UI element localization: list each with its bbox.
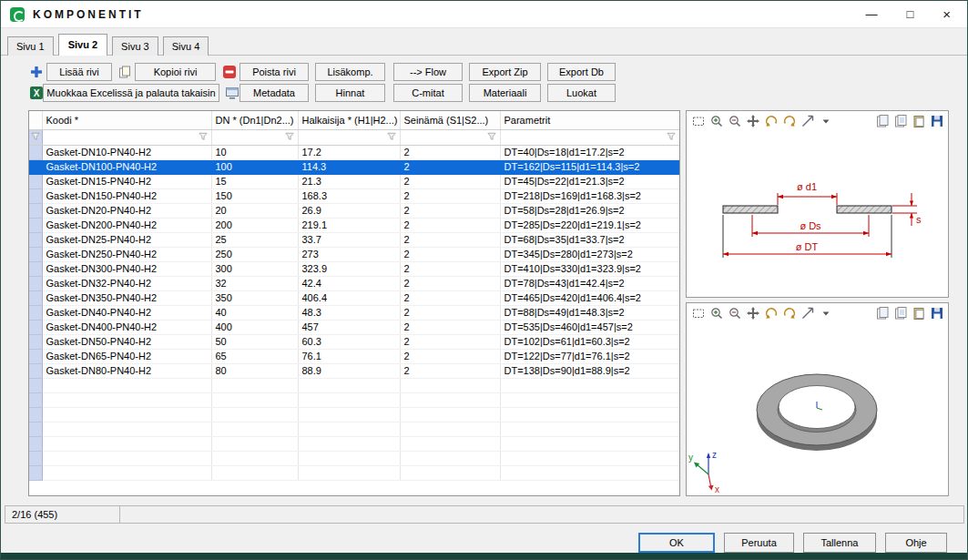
- maximize-icon[interactable]: □: [906, 8, 913, 21]
- row-selector[interactable]: [29, 334, 42, 349]
- row-selector[interactable]: [29, 203, 42, 218]
- cell[interactable]: DT=535|Ds=460|d1=457|s=2: [500, 320, 679, 334]
- edit-in-excel-button[interactable]: Muokkaa Excelissä ja palauta takaisin: [43, 84, 219, 102]
- rotate-ccw-icon[interactable]: [763, 114, 779, 128]
- snapshot-icon[interactable]: [874, 306, 890, 321]
- material-button[interactable]: Materiaali: [469, 84, 541, 102]
- cell[interactable]: Gasket-DN25-PN40-H2: [42, 232, 211, 247]
- metadata-button[interactable]: Metadata: [239, 84, 309, 102]
- cell[interactable]: DT=88|Ds=49|d1=48.3|s=2: [500, 305, 679, 320]
- cell[interactable]: DT=78|Ds=43|d1=42.4|s=2: [500, 276, 679, 290]
- table-row[interactable]: Gasket-DN300-PN40-H2300323.92DT=410|Ds=3…: [29, 261, 679, 276]
- cell[interactable]: 2: [400, 276, 500, 290]
- row-selector[interactable]: [29, 247, 42, 261]
- row-selector[interactable]: [29, 276, 42, 290]
- cell[interactable]: DT=40|Ds=18|d1=17.2|s=2: [500, 145, 679, 159]
- row-selector[interactable]: [29, 305, 42, 320]
- col-header-parametrit[interactable]: Parametrit: [500, 111, 679, 129]
- pan-icon[interactable]: [745, 114, 760, 128]
- table-row[interactable]: Gasket-DN40-PN40-H24048.32DT=88|Ds=49|d1…: [29, 305, 679, 320]
- cell[interactable]: 2: [400, 320, 500, 334]
- cell[interactable]: DT=218|Ds=169|d1=168.3|s=2: [500, 188, 679, 203]
- filter-funnel-icon[interactable]: [486, 133, 497, 144]
- cell[interactable]: 457: [298, 320, 400, 334]
- table-row[interactable]: Gasket-DN100-PN40-H2100114.32DT=162|Ds=1…: [29, 159, 679, 174]
- cell[interactable]: Gasket-DN10-PN40-H2: [42, 145, 211, 159]
- row-selector[interactable]: [29, 145, 42, 159]
- filter-funnel-icon[interactable]: [284, 133, 295, 144]
- cell[interactable]: 300: [211, 261, 298, 276]
- export-zip-button[interactable]: Export Zip: [469, 63, 541, 81]
- flow-button[interactable]: --> Flow: [393, 63, 463, 81]
- tab-sivu-4[interactable]: Sivu 4: [163, 36, 209, 56]
- cell[interactable]: 10: [211, 145, 298, 159]
- cell[interactable]: 2: [400, 203, 500, 218]
- rotate-ccw-icon[interactable]: [763, 306, 779, 321]
- table-row[interactable]: Gasket-DN400-PN40-H24004572DT=535|Ds=460…: [29, 320, 679, 334]
- row-selector[interactable]: [29, 261, 42, 276]
- copy-row-icon[interactable]: [117, 64, 132, 79]
- row-selector[interactable]: [29, 320, 42, 334]
- filter-funnel-icon[interactable]: [198, 133, 209, 144]
- cell[interactable]: Gasket-DN300-PN40-H2: [42, 261, 211, 276]
- cell[interactable]: 200: [211, 218, 298, 232]
- cell[interactable]: DT=68|Ds=35|d1=33.7|s=2: [500, 232, 679, 247]
- copy-row-button[interactable]: Kopioi rivi: [135, 63, 216, 81]
- col-header-seinama[interactable]: Seinämä (S1|S2...): [400, 111, 500, 129]
- add-row-button[interactable]: Lisää rivi: [46, 63, 112, 81]
- cell[interactable]: DT=45|Ds=22|d1=21.3|s=2: [500, 174, 679, 188]
- cell[interactable]: 2: [400, 349, 500, 363]
- cell[interactable]: 26.9: [298, 203, 400, 218]
- cell[interactable]: 273: [298, 247, 400, 261]
- table-row[interactable]: Gasket-DN350-PN40-H2350406.42DT=465|Ds=4…: [29, 290, 679, 305]
- table-row[interactable]: Gasket-DN150-PN40-H2150168.32DT=218|Ds=1…: [29, 188, 679, 203]
- tab-sivu-2[interactable]: Sivu 2: [58, 34, 107, 56]
- cell[interactable]: 60.3: [298, 334, 400, 349]
- table-row[interactable]: Gasket-DN32-PN40-H23242.42DT=78|Ds=43|d1…: [29, 276, 679, 290]
- cell[interactable]: 2: [400, 188, 500, 203]
- cell[interactable]: Gasket-DN15-PN40-H2: [42, 174, 211, 188]
- cell[interactable]: 33.7: [298, 232, 400, 247]
- filter-funnel-icon[interactable]: [30, 133, 41, 144]
- cell[interactable]: 168.3: [298, 188, 400, 203]
- cell[interactable]: DT=465|Ds=420|d1=406.4|s=2: [500, 290, 679, 305]
- cell[interactable]: 32: [211, 276, 298, 290]
- help-button[interactable]: Ohje: [885, 533, 947, 553]
- cell[interactable]: 21.3: [298, 174, 400, 188]
- cell[interactable]: Gasket-DN80-PN40-H2: [42, 363, 211, 378]
- row-selector[interactable]: [29, 232, 42, 247]
- cell[interactable]: Gasket-DN350-PN40-H2: [42, 290, 211, 305]
- cell[interactable]: 65: [211, 349, 298, 363]
- table-row[interactable]: Gasket-DN65-PN40-H26576.12DT=122|Ds=77|d…: [29, 349, 679, 363]
- tab-sivu-1[interactable]: Sivu 1: [7, 36, 54, 56]
- row-selector[interactable]: [29, 363, 42, 378]
- table-row[interactable]: Gasket-DN10-PN40-H21017.22DT=40|Ds=18|d1…: [29, 145, 679, 159]
- add-row-icon[interactable]: [28, 64, 44, 79]
- cell[interactable]: 15: [211, 174, 298, 188]
- filter-funnel-icon[interactable]: [386, 133, 397, 144]
- cell[interactable]: 50: [211, 334, 298, 349]
- table-row[interactable]: Gasket-DN25-PN40-H22533.72DT=68|Ds=35|d1…: [29, 232, 679, 247]
- row-selector[interactable]: [29, 218, 42, 232]
- cell[interactable]: 25: [211, 232, 298, 247]
- table-row[interactable]: Gasket-DN250-PN40-H22502732DT=345|Ds=280…: [29, 247, 679, 261]
- cell[interactable]: Gasket-DN150-PN40-H2: [42, 188, 211, 203]
- cell[interactable]: Gasket-DN40-PN40-H2: [42, 305, 211, 320]
- cell[interactable]: 2: [400, 334, 500, 349]
- marquee-select-icon[interactable]: [690, 306, 706, 321]
- row-selector[interactable]: [29, 290, 42, 305]
- dropdown-arrow-icon[interactable]: [818, 306, 833, 321]
- col-header-koodi[interactable]: Koodi *: [42, 111, 211, 129]
- cell[interactable]: 100: [211, 159, 298, 174]
- copy-image-icon[interactable]: [892, 306, 908, 321]
- cell[interactable]: 2: [400, 261, 500, 276]
- tab-sivu-3[interactable]: Sivu 3: [112, 36, 158, 56]
- ok-button[interactable]: OK: [638, 533, 715, 553]
- cell[interactable]: DT=162|Ds=115|d1=114.3|s=2: [500, 159, 679, 174]
- cell[interactable]: 80: [211, 363, 298, 378]
- cell[interactable]: DT=102|Ds=61|d1=60.3|s=2: [500, 334, 679, 349]
- cell[interactable]: Gasket-DN50-PN40-H2: [42, 334, 211, 349]
- delete-row-icon[interactable]: [221, 64, 237, 79]
- zoom-out-icon[interactable]: [727, 114, 742, 128]
- cancel-button[interactable]: Peruuta: [724, 533, 794, 553]
